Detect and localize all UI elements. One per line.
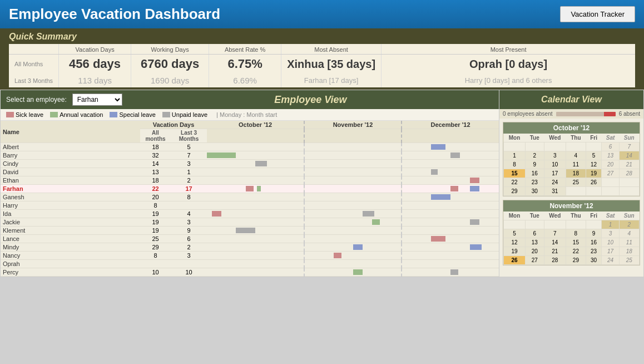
gantt-cell [402, 252, 499, 260]
cal-day: 25 [619, 256, 639, 265]
gantt-cell [304, 210, 402, 218]
cal-week-4: 15 16 17 18 19 27 28 [504, 169, 640, 178]
gantt-cell [402, 218, 499, 227]
cal-day: 28 [544, 256, 566, 265]
cal-day: 9 [586, 229, 602, 238]
cal-day: 4 [566, 151, 586, 160]
all-months-value: 19 [140, 218, 171, 227]
gantt-bar [353, 244, 363, 250]
gantt-bar [450, 186, 458, 191]
cal-day: 18 [619, 247, 639, 256]
wed-header: Wed [544, 134, 566, 142]
november-grid: Mon Tue Wed Thu Fri Sat Sun [503, 211, 640, 265]
gantt-cell [402, 243, 499, 252]
cal-day-today: 15 [504, 169, 526, 178]
cal-day: 1 [602, 220, 619, 229]
calendar-title: Calendar View [499, 90, 643, 109]
gantt-bar [246, 186, 254, 191]
cal-day: 11 [566, 160, 586, 169]
employee-select[interactable]: Farhan [72, 94, 122, 106]
gantt-cell [207, 176, 304, 185]
cal-day: 21 [619, 160, 639, 169]
october-grid: Mon Tue Wed Thu Fri Sat Sun [503, 134, 640, 196]
table-row: Ida194 [1, 210, 499, 218]
all-months-value: 18 [140, 176, 171, 185]
all-months-value: 14 [140, 160, 171, 168]
employee-name: David [1, 168, 140, 176]
cal-day: 13 [526, 238, 544, 247]
sun-header: Sun [619, 211, 639, 220]
all-months-value: 20 [140, 193, 171, 201]
gantt-cell [304, 268, 402, 277]
gantt-cell [304, 151, 402, 160]
november-title: November '12 [503, 200, 640, 211]
gantt-cell [207, 243, 304, 252]
gantt-cell [207, 185, 304, 193]
table-row: Ganesh208 [1, 193, 499, 201]
cal-day: 16 [526, 169, 544, 178]
fri-header: Fri [586, 211, 602, 220]
all-months-value [140, 260, 171, 268]
cal-day: 11 [619, 238, 639, 247]
most-absent-all: Xinhua [35 days] [281, 55, 382, 74]
cal-week-1: 6 7 [504, 142, 640, 151]
gantt-cell [304, 252, 402, 260]
employee-name: Mindy [1, 243, 140, 252]
cal-day: 10 [544, 160, 566, 169]
all-months-value: 13 [140, 168, 171, 176]
gantt-cell [402, 201, 499, 210]
gantt-bar [212, 211, 221, 217]
gantt-cell [402, 185, 499, 193]
gantt-cell [304, 227, 402, 235]
vacation-days-last3: 113 days [59, 73, 131, 87]
absence-min-label: 0 employees absent [503, 111, 553, 117]
all-months-value: 22 [140, 185, 171, 193]
gantt-cell [207, 168, 304, 176]
all-months-value: 10 [140, 268, 171, 277]
tue-header: Tue [526, 211, 544, 220]
last3-value: 7 [171, 151, 207, 160]
gantt-cell [304, 218, 402, 227]
employee-name: Lance [1, 235, 140, 243]
all-months-value: 18 [140, 143, 171, 151]
tue-header: Tue [526, 134, 544, 142]
vacation-tracker-button[interactable]: Vacation Tracker [560, 6, 635, 22]
employee-name: Ethan [1, 176, 140, 185]
last3-value: 3 [171, 160, 207, 168]
all-months-value: 25 [140, 235, 171, 243]
employee-table-wrapper: Name Vacation Days October '12 November … [1, 121, 499, 277]
col-header-most-absent: Most Absent [281, 44, 382, 55]
cal-week-3: 8 9 10 11 12 20 21 [504, 160, 640, 169]
cal-day: 5 [586, 151, 602, 160]
gantt-bar [236, 228, 255, 233]
cal-day: 23 [526, 178, 544, 187]
cal-day: 14 [619, 151, 639, 160]
gantt-bar [450, 153, 460, 158]
cal-day: 16 [586, 238, 602, 247]
gantt-bar [431, 169, 438, 175]
gantt-cell [402, 193, 499, 201]
gantt-cell [402, 143, 499, 151]
employee-name: Jackie [1, 218, 140, 227]
table-row: Farhan2217 [1, 185, 499, 193]
employee-name: Ida [1, 210, 140, 218]
sun-header: Sun [619, 134, 639, 142]
cal-day: 2 [526, 151, 544, 160]
cal-day: 13 [602, 151, 619, 160]
cal-day: 5 [504, 229, 526, 238]
cal-day: 6 [526, 229, 544, 238]
oct-header: October '12 [207, 121, 304, 129]
nov-week-2: 5 6 7 8 9 3 4 [504, 229, 640, 238]
cal-day: 20 [526, 247, 544, 256]
table-row: Barry327 [1, 151, 499, 160]
cal-day: 17 [602, 247, 619, 256]
gantt-cell [207, 252, 304, 260]
gantt-cell [207, 201, 304, 210]
gantt-cell [402, 235, 499, 243]
cal-day: 20 [602, 160, 619, 169]
cal-day: 29 [566, 256, 586, 265]
employee-section-header: Select an employee: Farhan Employee View [1, 90, 499, 109]
all-months-subheader: All months [140, 129, 171, 143]
nov-week-3: 12 13 14 15 16 10 11 [504, 238, 640, 247]
table-row: Ethan182 [1, 176, 499, 185]
